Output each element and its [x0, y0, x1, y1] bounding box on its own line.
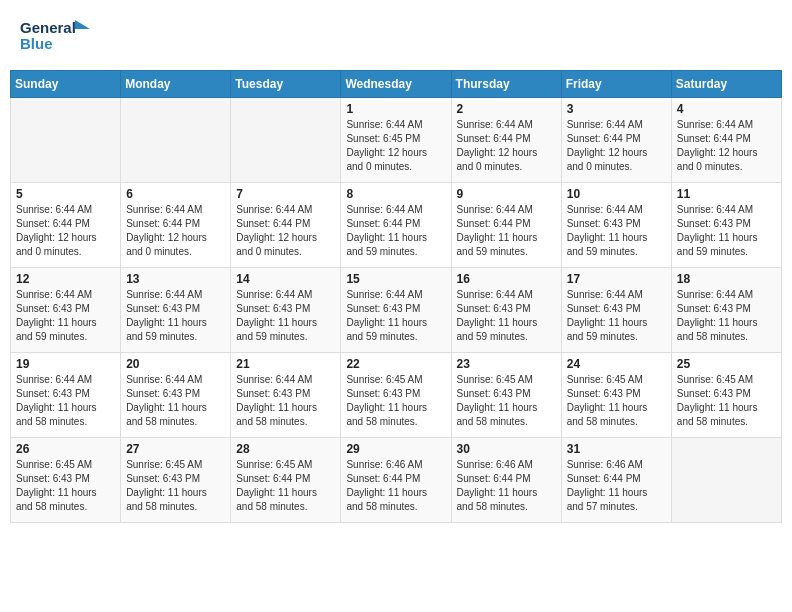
calendar-cell: 22Sunrise: 6:45 AMSunset: 6:43 PMDayligh…	[341, 353, 451, 438]
calendar-cell: 4Sunrise: 6:44 AMSunset: 6:44 PMDaylight…	[671, 98, 781, 183]
day-info: Sunrise: 6:44 AMSunset: 6:44 PMDaylight:…	[457, 203, 556, 259]
calendar-cell: 7Sunrise: 6:44 AMSunset: 6:44 PMDaylight…	[231, 183, 341, 268]
day-header-saturday: Saturday	[671, 71, 781, 98]
day-number: 29	[346, 442, 445, 456]
day-info: Sunrise: 6:45 AMSunset: 6:43 PMDaylight:…	[346, 373, 445, 429]
calendar-cell: 23Sunrise: 6:45 AMSunset: 6:43 PMDayligh…	[451, 353, 561, 438]
calendar-cell: 1Sunrise: 6:44 AMSunset: 6:45 PMDaylight…	[341, 98, 451, 183]
day-header-friday: Friday	[561, 71, 671, 98]
calendar-cell: 17Sunrise: 6:44 AMSunset: 6:43 PMDayligh…	[561, 268, 671, 353]
calendar-cell: 16Sunrise: 6:44 AMSunset: 6:43 PMDayligh…	[451, 268, 561, 353]
day-number: 16	[457, 272, 556, 286]
day-number: 14	[236, 272, 335, 286]
calendar-cell: 24Sunrise: 6:45 AMSunset: 6:43 PMDayligh…	[561, 353, 671, 438]
day-info: Sunrise: 6:44 AMSunset: 6:44 PMDaylight:…	[236, 203, 335, 259]
calendar-cell: 15Sunrise: 6:44 AMSunset: 6:43 PMDayligh…	[341, 268, 451, 353]
day-number: 6	[126, 187, 225, 201]
day-info: Sunrise: 6:44 AMSunset: 6:44 PMDaylight:…	[346, 203, 445, 259]
page-header: GeneralBlue	[10, 10, 782, 60]
day-number: 17	[567, 272, 666, 286]
day-info: Sunrise: 6:44 AMSunset: 6:43 PMDaylight:…	[677, 288, 776, 344]
calendar-cell: 29Sunrise: 6:46 AMSunset: 6:44 PMDayligh…	[341, 438, 451, 523]
day-number: 31	[567, 442, 666, 456]
calendar-cell	[231, 98, 341, 183]
day-number: 30	[457, 442, 556, 456]
day-number: 5	[16, 187, 115, 201]
day-number: 28	[236, 442, 335, 456]
calendar-week-row: 5Sunrise: 6:44 AMSunset: 6:44 PMDaylight…	[11, 183, 782, 268]
day-info: Sunrise: 6:44 AMSunset: 6:44 PMDaylight:…	[126, 203, 225, 259]
day-number: 24	[567, 357, 666, 371]
logo: GeneralBlue	[20, 15, 90, 55]
calendar-cell: 18Sunrise: 6:44 AMSunset: 6:43 PMDayligh…	[671, 268, 781, 353]
day-info: Sunrise: 6:44 AMSunset: 6:45 PMDaylight:…	[346, 118, 445, 174]
day-info: Sunrise: 6:44 AMSunset: 6:43 PMDaylight:…	[567, 288, 666, 344]
calendar-week-row: 12Sunrise: 6:44 AMSunset: 6:43 PMDayligh…	[11, 268, 782, 353]
day-info: Sunrise: 6:44 AMSunset: 6:44 PMDaylight:…	[567, 118, 666, 174]
calendar-cell: 6Sunrise: 6:44 AMSunset: 6:44 PMDaylight…	[121, 183, 231, 268]
day-number: 20	[126, 357, 225, 371]
calendar-cell: 12Sunrise: 6:44 AMSunset: 6:43 PMDayligh…	[11, 268, 121, 353]
calendar-cell	[11, 98, 121, 183]
day-number: 11	[677, 187, 776, 201]
day-number: 12	[16, 272, 115, 286]
day-info: Sunrise: 6:45 AMSunset: 6:43 PMDaylight:…	[457, 373, 556, 429]
calendar-cell	[121, 98, 231, 183]
calendar-cell: 14Sunrise: 6:44 AMSunset: 6:43 PMDayligh…	[231, 268, 341, 353]
day-number: 4	[677, 102, 776, 116]
day-info: Sunrise: 6:46 AMSunset: 6:44 PMDaylight:…	[457, 458, 556, 514]
day-info: Sunrise: 6:44 AMSunset: 6:43 PMDaylight:…	[346, 288, 445, 344]
day-info: Sunrise: 6:44 AMSunset: 6:43 PMDaylight:…	[16, 373, 115, 429]
day-info: Sunrise: 6:44 AMSunset: 6:43 PMDaylight:…	[236, 288, 335, 344]
day-header-tuesday: Tuesday	[231, 71, 341, 98]
calendar-cell: 3Sunrise: 6:44 AMSunset: 6:44 PMDaylight…	[561, 98, 671, 183]
svg-marker-0	[75, 20, 90, 29]
day-number: 18	[677, 272, 776, 286]
day-number: 2	[457, 102, 556, 116]
day-number: 3	[567, 102, 666, 116]
calendar-week-row: 1Sunrise: 6:44 AMSunset: 6:45 PMDaylight…	[11, 98, 782, 183]
day-number: 1	[346, 102, 445, 116]
calendar-table: SundayMondayTuesdayWednesdayThursdayFrid…	[10, 70, 782, 523]
day-info: Sunrise: 6:45 AMSunset: 6:43 PMDaylight:…	[567, 373, 666, 429]
day-info: Sunrise: 6:45 AMSunset: 6:43 PMDaylight:…	[677, 373, 776, 429]
day-info: Sunrise: 6:45 AMSunset: 6:43 PMDaylight:…	[16, 458, 115, 514]
day-number: 9	[457, 187, 556, 201]
day-info: Sunrise: 6:44 AMSunset: 6:43 PMDaylight:…	[677, 203, 776, 259]
day-number: 23	[457, 357, 556, 371]
day-info: Sunrise: 6:44 AMSunset: 6:43 PMDaylight:…	[567, 203, 666, 259]
day-number: 7	[236, 187, 335, 201]
day-number: 21	[236, 357, 335, 371]
calendar-cell: 25Sunrise: 6:45 AMSunset: 6:43 PMDayligh…	[671, 353, 781, 438]
calendar-header-row: SundayMondayTuesdayWednesdayThursdayFrid…	[11, 71, 782, 98]
svg-text:General: General	[20, 19, 76, 36]
day-info: Sunrise: 6:46 AMSunset: 6:44 PMDaylight:…	[346, 458, 445, 514]
calendar-week-row: 26Sunrise: 6:45 AMSunset: 6:43 PMDayligh…	[11, 438, 782, 523]
calendar-cell: 9Sunrise: 6:44 AMSunset: 6:44 PMDaylight…	[451, 183, 561, 268]
calendar-cell: 8Sunrise: 6:44 AMSunset: 6:44 PMDaylight…	[341, 183, 451, 268]
day-info: Sunrise: 6:45 AMSunset: 6:43 PMDaylight:…	[126, 458, 225, 514]
calendar-cell: 30Sunrise: 6:46 AMSunset: 6:44 PMDayligh…	[451, 438, 561, 523]
day-info: Sunrise: 6:44 AMSunset: 6:43 PMDaylight:…	[126, 373, 225, 429]
day-header-sunday: Sunday	[11, 71, 121, 98]
calendar-cell: 20Sunrise: 6:44 AMSunset: 6:43 PMDayligh…	[121, 353, 231, 438]
day-number: 25	[677, 357, 776, 371]
day-number: 13	[126, 272, 225, 286]
calendar-cell: 13Sunrise: 6:44 AMSunset: 6:43 PMDayligh…	[121, 268, 231, 353]
calendar-cell: 10Sunrise: 6:44 AMSunset: 6:43 PMDayligh…	[561, 183, 671, 268]
day-number: 19	[16, 357, 115, 371]
day-number: 8	[346, 187, 445, 201]
day-number: 22	[346, 357, 445, 371]
day-number: 27	[126, 442, 225, 456]
day-info: Sunrise: 6:44 AMSunset: 6:43 PMDaylight:…	[236, 373, 335, 429]
day-info: Sunrise: 6:44 AMSunset: 6:44 PMDaylight:…	[16, 203, 115, 259]
calendar-cell: 26Sunrise: 6:45 AMSunset: 6:43 PMDayligh…	[11, 438, 121, 523]
calendar-week-row: 19Sunrise: 6:44 AMSunset: 6:43 PMDayligh…	[11, 353, 782, 438]
day-number: 15	[346, 272, 445, 286]
day-header-monday: Monday	[121, 71, 231, 98]
day-header-thursday: Thursday	[451, 71, 561, 98]
calendar-cell: 2Sunrise: 6:44 AMSunset: 6:44 PMDaylight…	[451, 98, 561, 183]
day-info: Sunrise: 6:45 AMSunset: 6:44 PMDaylight:…	[236, 458, 335, 514]
day-header-wednesday: Wednesday	[341, 71, 451, 98]
day-info: Sunrise: 6:44 AMSunset: 6:44 PMDaylight:…	[457, 118, 556, 174]
